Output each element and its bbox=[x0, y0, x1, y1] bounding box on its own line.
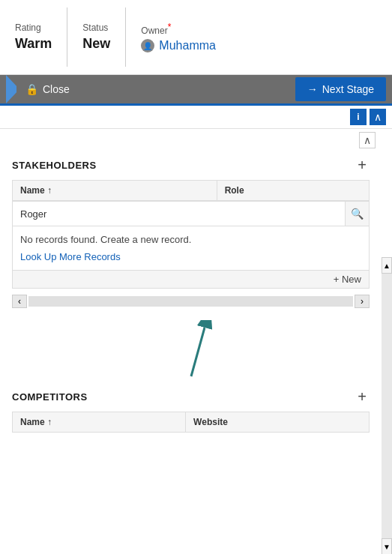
competitors-header-row: Name ↑ Website bbox=[13, 412, 370, 433]
status-value: New bbox=[82, 36, 110, 52]
competitors-name-header: Name ↑ bbox=[13, 412, 186, 433]
role-column-header: Role bbox=[217, 181, 369, 201]
table-header-row: Name ↑ Role bbox=[13, 181, 370, 201]
owner-avatar-icon: 👤 bbox=[141, 39, 154, 52]
arrow-icon: → bbox=[307, 83, 318, 95]
rating-field: Rating Warm bbox=[0, 7, 67, 67]
header-bar: Rating Warm Status New Owner* 👤 Muhamma bbox=[0, 0, 392, 75]
next-stage-button[interactable]: → Next Stage bbox=[295, 77, 386, 101]
lookup-search-input[interactable] bbox=[13, 204, 345, 224]
h-scroll-right-button[interactable]: › bbox=[355, 295, 370, 308]
lookup-more-link[interactable]: Look Up More Records bbox=[13, 248, 369, 270]
status-field: Status New bbox=[67, 7, 126, 67]
stakeholders-section: STAKEHOLDERS + Name ↑ Role bbox=[0, 151, 382, 320]
no-records-message: No records found. Create a new record. bbox=[13, 226, 369, 248]
scroll-down-button[interactable]: ▼ bbox=[382, 538, 392, 554]
lookup-new-row: + New bbox=[13, 270, 369, 288]
owner-field: Owner* 👤 Muhamma bbox=[126, 7, 231, 67]
svg-line-1 bbox=[191, 328, 205, 376]
status-label: Status bbox=[82, 22, 110, 33]
name-column-header: Name ↑ bbox=[13, 181, 217, 201]
lookup-container: 🔍 No records found. Create a new record.… bbox=[12, 201, 370, 289]
scroll-up-button[interactable]: ▲ bbox=[382, 257, 392, 274]
lookup-input-row: 🔍 bbox=[13, 202, 369, 226]
stakeholders-title: STAKEHOLDERS bbox=[12, 160, 97, 171]
competitors-header: COMPETITORS + bbox=[12, 389, 370, 404]
lookup-new-button[interactable]: + New bbox=[334, 274, 361, 285]
h-scroll-left-button[interactable]: ‹ bbox=[12, 295, 27, 308]
competitors-section: COMPETITORS + Name ↑ Website bbox=[0, 383, 382, 439]
competitors-website-header: Website bbox=[186, 412, 370, 433]
close-button[interactable]: 🔒 Close bbox=[16, 75, 79, 103]
collapse-button[interactable]: ∧ bbox=[370, 109, 386, 125]
arrow-annotation-area bbox=[0, 320, 382, 380]
h-scroll-track bbox=[28, 296, 353, 307]
rating-value: Warm bbox=[15, 36, 52, 52]
competitors-title: COMPETITORS bbox=[12, 391, 88, 403]
horizontal-scrollbar: ‹ › bbox=[12, 292, 370, 311]
stakeholders-add-button[interactable]: + bbox=[355, 157, 370, 172]
owner-label: Owner* bbox=[141, 22, 216, 36]
info-bar: i ∧ bbox=[0, 106, 392, 129]
competitors-add-button[interactable]: + bbox=[355, 389, 370, 404]
toolbar: 🔒 Close → Next Stage bbox=[0, 75, 392, 103]
section-collapse-button[interactable]: ∧ bbox=[359, 132, 376, 148]
scroll-area: ▲ ▼ ∧ STAKEHOLDERS + Name ↑ Role bbox=[0, 129, 392, 554]
competitors-table: Name ↑ Website bbox=[12, 412, 370, 433]
right-scrollbar: ▲ ▼ bbox=[382, 257, 392, 554]
lookup-search-button[interactable]: 🔍 bbox=[345, 202, 369, 226]
section-collapse-bar: ∧ bbox=[0, 129, 382, 151]
stakeholders-header: STAKEHOLDERS + bbox=[12, 157, 370, 172]
teal-arrow bbox=[169, 320, 214, 380]
search-icon: 🔍 bbox=[351, 208, 364, 220]
rating-label: Rating bbox=[15, 22, 52, 33]
owner-value: 👤 Muhamma bbox=[141, 39, 216, 52]
main-content: ∧ STAKEHOLDERS + Name ↑ Role bbox=[0, 129, 382, 439]
toolbar-left: 🔒 Close bbox=[6, 75, 289, 103]
required-star: * bbox=[168, 22, 172, 32]
lock-icon: 🔒 bbox=[25, 83, 38, 95]
info-button[interactable]: i bbox=[350, 109, 367, 125]
stakeholders-table: Name ↑ Role bbox=[12, 180, 370, 201]
